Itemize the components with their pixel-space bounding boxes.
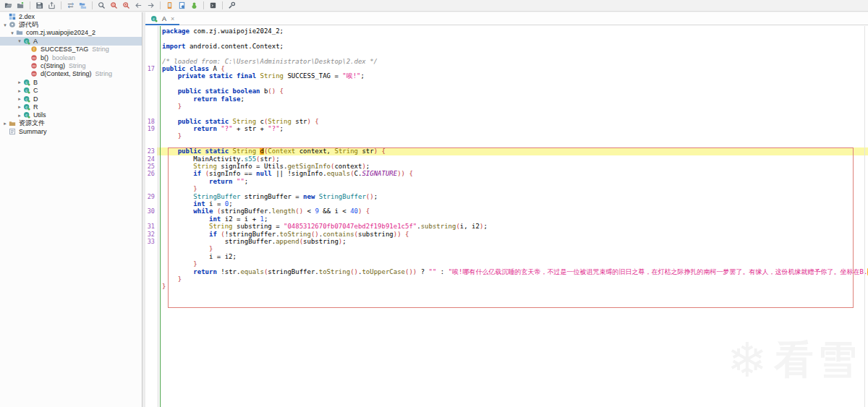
code-line[interactable]: } [145,185,868,192]
chevron-right-icon[interactable]: ▸ [1,119,9,127]
code-line[interactable]: 29 StringBuffer stringBuffer = new Strin… [145,193,868,200]
code-line[interactable]: 33 stringBuffer.append(substring); [145,238,868,245]
code-line[interactable] [145,80,868,87]
code-line[interactable]: 18 public static String c(String str) { [145,118,868,125]
code-line[interactable] [145,110,868,117]
close-icon[interactable]: × [171,15,174,22]
tab-class-a[interactable]: c A × [145,12,179,25]
export-icon[interactable] [46,1,57,11]
tree-item-label: b() [41,54,48,61]
code-line[interactable]: return ""; [145,178,868,185]
flat-packages-icon[interactable] [77,1,88,11]
code-line[interactable]: } [145,245,868,252]
chevron-down-icon[interactable]: ▾ [16,37,23,45]
line-number [145,275,157,283]
sidebar-item-package[interactable]: ▾com.zj.wuaipojie2024_2 [0,29,142,37]
line-number: 26 [145,170,157,177]
sidebar-item-resources[interactable]: ▸资源文件 [0,119,142,127]
sidebar-item-method-d[interactable]: md(Context, String)String [0,70,142,78]
sidebar-item-class-r[interactable]: ▸cR [0,103,142,111]
code-area[interactable]: package com.zj.wuaipojie2024_2;import an… [145,26,868,407]
code-text: MainActivity.s55(str); [157,155,868,163]
doc-search-icon[interactable] [176,1,187,11]
code-line[interactable]: 25 String signInfo = Utils.getSignInfo(c… [145,163,868,170]
open-folder-icon[interactable] [3,1,14,11]
code-line[interactable]: int i = 0; [145,200,868,207]
code-line[interactable] [145,35,868,42]
code-text [157,35,868,42]
code-line[interactable]: return !str.equals(stringBuffer.toString… [145,268,868,275]
code-line[interactable]: 23 public static String d(Context contex… [145,147,868,155]
preferences-icon[interactable] [226,1,237,11]
sidebar-item-field-success-tag[interactable]: fSUCCESS_TAGString [0,46,142,53]
sidebar-item-class-b[interactable]: ▸cB [0,78,142,86]
sidebar-item-method-c[interactable]: mc(String)String [0,61,142,69]
code-line[interactable]: return false; [145,95,868,103]
svg-text:c: c [25,96,27,100]
line-number: 32 [145,231,157,238]
line-number: 29 [145,193,157,200]
code-text: public static String c(String str) { [157,118,868,125]
code-line[interactable]: } [145,103,868,110]
folder-icon [16,29,25,36]
tree-item-label: 2.dex [19,13,35,20]
sync-icon[interactable] [65,1,76,11]
method-icon: m [30,62,39,69]
sidebar-item-class-a[interactable]: ▾cA [0,37,142,45]
sidebar-item-summary[interactable]: Summary [0,127,142,135]
svg-text:c: c [25,88,27,93]
code-line[interactable] [145,50,868,57]
back-icon[interactable] [133,1,144,11]
debugger-icon[interactable] [189,1,200,11]
add-files-icon[interactable] [15,1,26,11]
sidebar-item-source-code[interactable]: ▾源代码 [0,20,142,28]
line-number: 30 [145,207,157,215]
chevron-down-icon[interactable]: ▾ [9,29,16,37]
code-line[interactable]: 31 String substring = "0485312670fb07047… [145,223,868,230]
chevron-right-icon[interactable]: ▸ [16,111,23,119]
forward-icon[interactable] [145,1,156,11]
line-number [145,283,157,290]
chevron-down-icon[interactable]: ▾ [1,21,9,29]
code-line[interactable]: package com.zj.wuaipojie2024_2; [145,27,868,35]
chevron-right-icon[interactable]: ▸ [16,78,23,86]
code-line[interactable]: 24 MainActivity.s55(str); [145,155,868,163]
code-text: if (!stringBuffer.toString().contains(su… [157,231,868,238]
svg-text:m: m [33,64,36,68]
code-line[interactable]: 17public class A { [145,65,868,72]
save-all-icon[interactable] [34,1,45,11]
chevron-right-icon[interactable]: ▸ [16,103,23,111]
code-line[interactable]: 30 while (stringBuffer.length() < 9 && i… [145,207,868,215]
code-line[interactable]: } [145,275,868,283]
comment-search-icon[interactable] [121,1,132,11]
code-line[interactable]: int i2 = i + 1; [145,215,868,223]
code-text: while (stringBuffer.length() < 9 && i < … [157,207,868,215]
class-icon: c [23,111,32,119]
code-line[interactable]: 26 if (signInfo == null || !signInfo.equ… [145,170,868,177]
code-text: /* loaded from: C:\Users\Administrator\D… [157,58,868,65]
code-line[interactable]: import android.content.Context; [145,43,868,50]
tree-item-label: A [33,38,38,45]
sidebar-item-class-c[interactable]: ▸cC [0,87,142,95]
chevron-right-icon[interactable]: ▸ [16,95,23,103]
code-line[interactable] [145,140,868,147]
method-icon: m [30,54,39,61]
class-search-icon[interactable] [109,1,119,11]
code-line[interactable]: /* loaded from: C:\Users\Administrator\D… [145,58,868,65]
code-editor-panel: c A × package com.zj.wuaipojie2024_2;imp… [145,12,868,407]
code-line[interactable]: } [145,260,868,267]
code-line[interactable]: private static final String SUCCESS_TAG … [145,72,868,80]
code-line[interactable]: 19 return "?" + str + "?"; [145,125,868,132]
chevron-right-icon[interactable]: ▸ [16,87,23,95]
text-search-icon[interactable] [96,1,107,11]
sidebar-item-class-d[interactable]: ▸cD [0,95,142,103]
code-line[interactable]: i = i2; [145,253,868,260]
code-line[interactable]: public static boolean b() { [145,87,868,95]
code-line[interactable]: } [145,132,868,140]
code-line[interactable]: } [145,283,868,290]
log-viewer-icon[interactable] [208,1,218,11]
code-line[interactable]: 32 if (!stringBuffer.toString().contains… [145,231,868,238]
code-text: public class A { [157,65,868,72]
device-icon[interactable] [164,1,175,11]
sidebar-item-method-b[interactable]: mb()boolean [0,53,142,61]
